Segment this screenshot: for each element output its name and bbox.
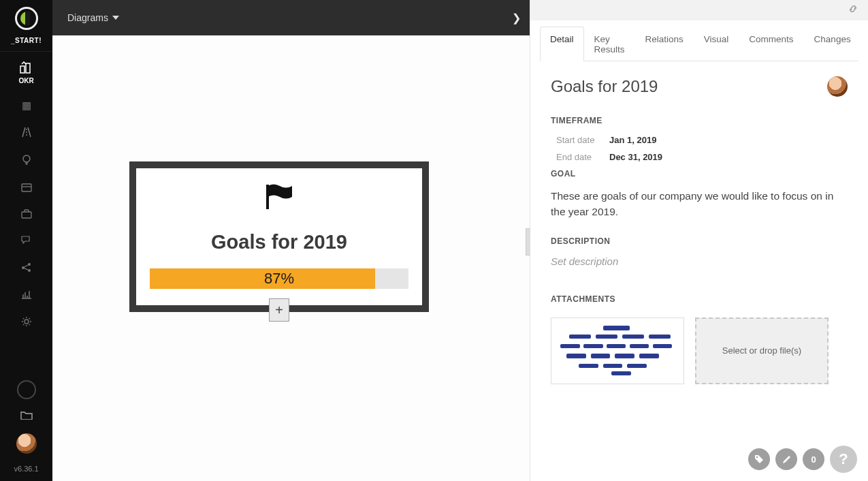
sidebar-item-bulb[interactable] (0, 152, 52, 170)
sidebar-bottom: v6.36.1 (0, 380, 52, 481)
tab-key-results[interactable]: Key Results (584, 27, 635, 61)
add-child-button[interactable]: + (269, 298, 289, 322)
dropzone-label: Select or drop file(s) (722, 345, 801, 356)
tab-relations[interactable]: Relations (635, 27, 694, 61)
sidebar-item-share[interactable] (0, 260, 52, 277)
chart-icon (21, 290, 31, 299)
briefcase-icon (21, 209, 32, 219)
description-placeholder[interactable]: Set description (551, 255, 848, 267)
svg-rect-5 (22, 212, 31, 218)
panel-body: Goals for 2019 TIMEFRAME Start date Jan … (530, 61, 868, 474)
panel-fab-row: 0 ? (748, 446, 857, 473)
end-date-row[interactable]: End date Dec 31, 2019 (556, 152, 848, 162)
svg-point-10 (756, 456, 758, 458)
svg-point-8 (28, 269, 31, 272)
goal-text[interactable]: These are goals of our company we would … (551, 188, 848, 220)
tab-comments[interactable]: Comments (739, 27, 803, 61)
road-icon (21, 127, 32, 138)
panel-collapse-button[interactable]: ❯ (502, 0, 530, 35)
start-date-row[interactable]: Start date Jan 1, 2019 (556, 135, 848, 145)
gear-icon (21, 316, 32, 327)
sidebar-item-road[interactable] (0, 124, 52, 142)
version-label: v6.36.1 (14, 465, 38, 473)
fab-count-button[interactable]: 0 (803, 448, 824, 470)
sidebar-item-gear[interactable] (0, 313, 52, 332)
fab-help-button[interactable]: ? (830, 446, 857, 473)
share-icon (21, 262, 31, 273)
question-icon: ? (839, 450, 848, 468)
timeframe-heading: TIMEFRAME (551, 116, 848, 125)
workspace-icon[interactable] (17, 380, 36, 399)
start-date-label: Start date (556, 135, 600, 145)
svg-rect-1 (26, 63, 30, 73)
goal-heading: GOAL (551, 169, 848, 179)
caret-down-icon (112, 16, 119, 20)
sidebar-item-chat[interactable] (0, 233, 52, 250)
tab-changes[interactable]: Changes (804, 27, 861, 61)
svg-point-9 (25, 320, 29, 324)
tab-visual[interactable]: Visual (694, 27, 739, 61)
svg-point-2 (23, 155, 30, 162)
end-date-label: End date (556, 152, 600, 162)
chat-icon (21, 236, 32, 245)
link-icon[interactable] (848, 3, 858, 17)
bulb-icon (22, 155, 31, 166)
top-bar: Diagrams (52, 0, 529, 35)
fab-tag-button[interactable] (748, 448, 770, 470)
sidebar-nav: OKR ▦ (0, 59, 52, 332)
owner-avatar[interactable] (827, 76, 848, 97)
user-avatar[interactable] (16, 433, 37, 454)
start-label[interactable]: _START! (0, 37, 52, 52)
diagram-thumbnail-graphic (557, 324, 678, 378)
attachment-dropzone[interactable]: Select or drop file(s) (695, 317, 829, 384)
chevron-right-icon: ❯ (512, 12, 521, 25)
flag-icon (263, 183, 295, 213)
attachments-heading: ATTACHMENTS (551, 294, 848, 304)
progress-bar: 87% (150, 268, 408, 289)
app-logo[interactable] (0, 0, 52, 37)
progress-text: 87% (150, 268, 408, 289)
goal-card-title: Goals for 2019 (146, 231, 413, 253)
detail-panel: Detail Key Results Relations Visual Comm… (530, 0, 868, 481)
tag-icon (754, 454, 764, 464)
sidebar-item-okr[interactable]: OKR (0, 59, 52, 87)
diagrams-menu[interactable]: Diagrams (67, 12, 119, 23)
attachments-row: Select or drop file(s) (551, 317, 848, 384)
fab-edit-button[interactable] (775, 448, 797, 470)
panel-resize-handle[interactable] (526, 228, 530, 255)
panel-title[interactable]: Goals for 2019 (551, 77, 658, 96)
okr-icon (20, 61, 33, 74)
panel-tabs: Detail Key Results Relations Visual Comm… (540, 26, 858, 61)
diagram-canvas[interactable]: Goals for 2019 87% + (52, 35, 530, 481)
tab-detail[interactable]: Detail (540, 27, 584, 61)
diagrams-menu-label: Diagrams (67, 12, 108, 23)
sidebar-item-briefcase[interactable] (0, 206, 52, 223)
sidebar-item-chart[interactable] (0, 287, 52, 304)
left-sidebar: _START! OKR ▦ (0, 0, 52, 481)
sidebar-item-card[interactable] (0, 180, 52, 197)
start-date-value: Jan 1, 2019 (609, 135, 656, 145)
svg-rect-0 (20, 66, 25, 73)
folder-icon[interactable] (20, 410, 33, 422)
goal-card[interactable]: Goals for 2019 87% + (129, 161, 429, 312)
description-heading: DESCRIPTION (551, 236, 848, 246)
attachment-thumbnail[interactable] (551, 317, 684, 384)
panel-toolbar (530, 0, 868, 20)
pencil-icon (782, 455, 791, 464)
end-date-value: Dec 31, 2019 (609, 152, 662, 162)
sidebar-item-grid[interactable]: ▦ (0, 97, 52, 114)
card-icon (21, 183, 32, 192)
svg-rect-3 (22, 184, 31, 191)
grid-icon: ▦ (22, 99, 31, 111)
